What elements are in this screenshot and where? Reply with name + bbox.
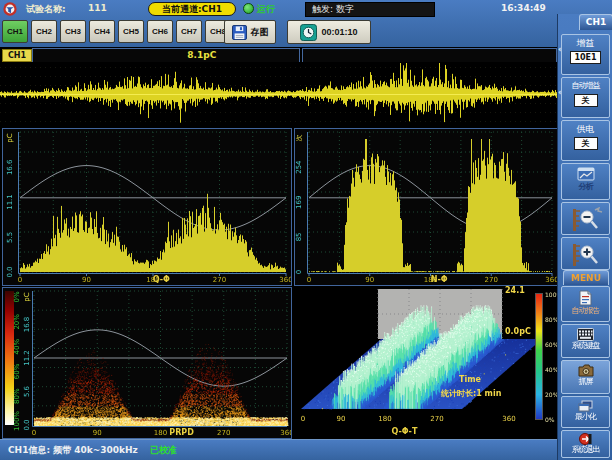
power-supply-label: 供电: [562, 123, 609, 135]
pd-analyzer-screen: 试验名称: 111 当前通道:CH1 运行 触发: 数字 16:34:49 CH…: [0, 0, 612, 460]
channel-button-ch5[interactable]: CH5: [118, 20, 144, 43]
camera-icon: [562, 364, 609, 377]
floppy-icon: [232, 25, 247, 40]
system-time: 16:34:49: [501, 3, 546, 13]
prpd-chart: PRPD: [2, 287, 292, 439]
zero-value-label: 0.0pC: [505, 327, 531, 336]
channel-info-text: CH1信息: 频带 40k~300kHz: [8, 440, 138, 460]
zoom-in-icon: [569, 242, 603, 268]
prpd-canvas: [3, 288, 291, 438]
zoom-out-icon: [569, 207, 603, 233]
analyze-button[interactable]: 分析: [561, 163, 610, 200]
timer-value: 00:01:10: [321, 27, 357, 37]
system-exit-button[interactable]: 系统退出: [561, 430, 610, 458]
channel-button-ch3[interactable]: CH3: [60, 20, 86, 43]
sidebar: CH1 « « 增益 10E1 自动增益 关 供电 关 分析: [557, 14, 612, 460]
waveform-canvas: [0, 62, 557, 126]
readout-channel-chip: CH1: [2, 49, 32, 62]
system-keyboard-button[interactable]: 系统键盘: [561, 324, 610, 358]
minimize-label: 最小化: [562, 412, 609, 422]
power-supply-button[interactable]: 供电 关: [561, 120, 610, 161]
channel-button-ch1[interactable]: CH1: [2, 20, 28, 43]
peak-value-label: 24.1: [505, 286, 525, 295]
timer-button[interactable]: 00:01:10: [287, 20, 371, 44]
app-logo-icon: [3, 2, 17, 16]
duration-label: 统计时长:1 min: [441, 388, 501, 399]
header: 试验名称: 111 当前通道:CH1 运行 触发: 数字 16:34:49 CH…: [0, 0, 612, 47]
menu-tab[interactable]: MENU: [563, 270, 609, 285]
q-phi-canvas: [3, 129, 291, 285]
q-phi-axis-label: Q-Φ: [153, 275, 170, 284]
analyze-window-icon: [562, 167, 609, 182]
gain-button[interactable]: 增益 10E1: [561, 34, 610, 75]
windows-icon: [562, 400, 609, 412]
channel-button-ch6[interactable]: CH6: [147, 20, 173, 43]
q-phi-t-axis-label: Q-Φ-T: [392, 427, 418, 436]
keyboard-icon: [562, 328, 609, 341]
n-phi-canvas: [295, 129, 557, 285]
power-supply-value: 关: [574, 137, 598, 150]
time-label: Time: [459, 375, 481, 384]
exit-icon: [562, 433, 609, 445]
auto-gain-button[interactable]: 自动增益 关: [561, 77, 610, 118]
auto-gain-value: 关: [574, 94, 598, 107]
q-phi-chart: Q-Φ: [2, 128, 292, 286]
test-name-value: 111: [88, 3, 107, 13]
zoom-in-button[interactable]: [561, 237, 610, 270]
calibrated-badge: 已校准: [150, 440, 177, 460]
screen-capture-label: 抓屏: [562, 377, 609, 387]
analyze-label: 分析: [562, 182, 609, 192]
save-image-label: 存图: [251, 26, 269, 39]
channel-button-ch2[interactable]: CH2: [31, 20, 57, 43]
n-phi-chart: N-Φ: [294, 128, 558, 286]
screen-capture-button[interactable]: 抓屏: [561, 360, 610, 394]
current-channel-pill: 当前通道:CH1: [148, 2, 236, 16]
channel-button-ch4[interactable]: CH4: [89, 20, 115, 43]
trigger-box: 触发: 数字: [305, 2, 435, 17]
auto-report-button[interactable]: 自动报告: [561, 286, 610, 322]
system-exit-label: 系统退出: [562, 445, 609, 455]
q-phi-t-chart: 24.1 0.0pC Time 统计时长:1 min Q-Φ-T: [294, 287, 557, 438]
zoom-out-button[interactable]: [561, 202, 610, 235]
prpd-axis-label: PRPD: [169, 428, 194, 437]
readout-secondary-box: [302, 48, 557, 63]
system-keyboard-label: 系统键盘: [562, 341, 609, 351]
sidebar-channel-tab[interactable]: CH1: [579, 14, 612, 30]
n-phi-axis-label: N-Φ: [431, 275, 448, 284]
run-indicator-icon: [243, 3, 254, 14]
save-image-button[interactable]: 存图: [224, 20, 276, 44]
q-phi-t-canvas: [294, 287, 557, 438]
auto-report-label: 自动报告: [562, 306, 609, 316]
gain-label: 增益: [562, 37, 609, 49]
run-status-label: 运行: [257, 3, 275, 16]
channel-button-ch7[interactable]: CH7: [176, 20, 202, 43]
auto-gain-label: 自动增益: [562, 80, 609, 92]
test-name-label: 试验名称:: [26, 3, 66, 16]
statusbar: CH1信息: 频带 40k~300kHz 已校准: [0, 439, 557, 460]
gain-value: 10E1: [570, 51, 600, 64]
minimize-button[interactable]: 最小化: [561, 396, 610, 428]
readout-value-box: 8.1pC: [32, 48, 300, 63]
timer-clock-icon: [300, 24, 317, 41]
report-document-icon: [562, 290, 609, 306]
